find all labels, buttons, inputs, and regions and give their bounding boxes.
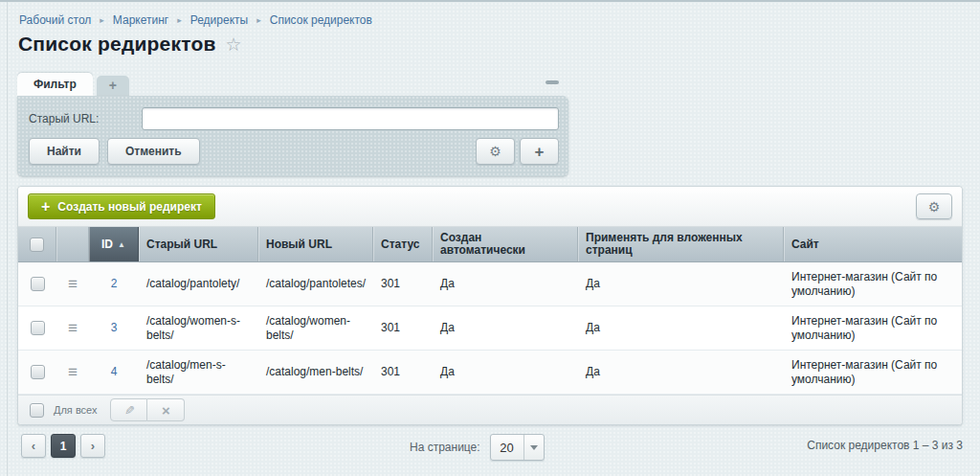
row-menu-icon[interactable]: ≡ xyxy=(68,277,78,291)
add-filter-tab-button[interactable]: + xyxy=(97,76,129,96)
breadcrumb-separator-icon: ▸ xyxy=(256,15,261,25)
cell-site: Интернет-магазин (Сайт по умолчанию) xyxy=(784,351,962,394)
create-redirect-label: Создать новый редирект xyxy=(57,200,201,214)
plus-icon: + xyxy=(535,144,545,160)
grid-toolbar: + Создать новый редирект ⚙ xyxy=(18,187,962,227)
filter-body: Старый URL: Найти Отменить ⚙ + xyxy=(17,96,568,176)
next-page-button[interactable]: › xyxy=(80,434,105,458)
for-all-checkbox[interactable] xyxy=(30,403,44,418)
filter-tab[interactable]: Фильтр xyxy=(17,73,93,96)
cell-status: 301 xyxy=(373,358,433,386)
cell-status: 301 xyxy=(373,270,433,298)
row-checkbox[interactable] xyxy=(31,321,45,335)
pencil-icon: ✎ xyxy=(124,403,135,418)
filter-tabs: Фильтр + xyxy=(17,73,568,96)
column-header-nested[interactable]: Применять для вложенных страниц xyxy=(578,227,784,261)
breadcrumb-separator-icon: ▸ xyxy=(100,15,104,25)
page-title: Список редиректов xyxy=(18,33,216,56)
cell-new-url: /catalog/men-belts/ xyxy=(258,358,373,386)
cell-site: Интернет-магазин (Сайт по умолчанию) xyxy=(784,307,962,350)
create-redirect-button[interactable]: + Создать новый редирект xyxy=(28,193,215,219)
sort-ascending-icon: ▲ xyxy=(118,238,125,251)
breadcrumb-item-redirect-list[interactable]: Список редиректов xyxy=(270,13,372,27)
close-icon: × xyxy=(162,403,170,418)
old-url-input[interactable] xyxy=(142,107,559,130)
breadcrumb-separator-icon: ▸ xyxy=(177,15,182,25)
redirect-grid: + Создать новый редирект ⚙ ID ▲ Старый U… xyxy=(17,186,963,425)
cell-old-url: /catalog/pantolety/ xyxy=(139,270,258,298)
filter-panel: Фильтр + Старый URL: Найти Отменить ⚙ + xyxy=(17,73,568,176)
per-page-value: 20 xyxy=(491,435,523,460)
cell-new-url: /catalog/pantoletes/ xyxy=(258,270,373,298)
cell-auto: Да xyxy=(433,270,578,298)
pagination-bar: ‹ 1 › На странице: 20 Список редиректов … xyxy=(17,434,963,461)
row-menu-icon[interactable]: ≡ xyxy=(68,365,78,379)
for-all-label: Для всех xyxy=(54,404,97,416)
favorite-star-icon[interactable]: ☆ xyxy=(226,35,242,54)
cell-status: 301 xyxy=(373,314,433,342)
column-header-status[interactable]: Статус xyxy=(373,227,433,261)
select-all-checkbox[interactable] xyxy=(30,238,44,252)
filter-buttons-row: Найти Отменить ⚙ + xyxy=(29,138,559,165)
breadcrumb-item-desktop[interactable]: Рабочий стол xyxy=(19,13,91,27)
select-all-cell xyxy=(18,227,56,261)
row-id-link[interactable]: 4 xyxy=(111,365,118,379)
cell-new-url: /catalog/women-belts/ xyxy=(258,307,373,350)
column-header-id-label: ID xyxy=(101,238,113,251)
gear-icon: ⚙ xyxy=(928,200,941,214)
per-page-select[interactable]: 20 xyxy=(490,434,545,461)
row-id-link[interactable]: 3 xyxy=(111,321,118,335)
admin-workspace: Рабочий стол ▸ Маркетинг ▸ Редиректы ▸ С… xyxy=(0,0,980,476)
table-row: ≡ 3 /catalog/women-s-belts/ /catalog/wom… xyxy=(18,306,962,351)
row-checkbox[interactable] xyxy=(31,365,45,379)
row-menu-icon[interactable]: ≡ xyxy=(68,321,78,335)
row-id-link[interactable]: 2 xyxy=(111,277,118,291)
gear-icon: ⚙ xyxy=(489,145,501,158)
column-header-id[interactable]: ID ▲ xyxy=(89,227,139,261)
cell-nested: Да xyxy=(578,270,784,298)
table-row: ≡ 4 /catalog/men-s-belts/ /catalog/men-b… xyxy=(18,351,962,395)
cell-nested: Да xyxy=(578,314,784,342)
bulk-action-group: ✎ × xyxy=(110,398,185,421)
cancel-button[interactable]: Отменить xyxy=(107,138,200,165)
plus-icon: + xyxy=(41,198,50,215)
filter-field-row: Старый URL: xyxy=(29,107,559,130)
filter-collapse-icon[interactable] xyxy=(546,80,559,84)
row-checkbox[interactable] xyxy=(31,277,45,291)
cell-auto: Да xyxy=(433,314,578,342)
column-header-new-url[interactable]: Новый URL xyxy=(258,227,373,261)
breadcrumb-item-marketing[interactable]: Маркетинг xyxy=(113,13,168,27)
title-bar: Список редиректов ☆ xyxy=(18,33,242,56)
grid-settings-button[interactable]: ⚙ xyxy=(916,193,952,219)
per-page-label: На странице: xyxy=(410,441,480,454)
per-page-control: На странице: 20 xyxy=(410,434,545,461)
current-page-button[interactable]: 1 xyxy=(51,434,76,458)
column-header-auto[interactable]: Создан автоматически xyxy=(433,227,578,261)
old-url-label: Старый URL: xyxy=(29,112,142,125)
filter-settings-button[interactable]: ⚙ xyxy=(476,138,515,165)
records-summary: Список редиректов 1 – 3 из 3 xyxy=(807,439,963,452)
column-header-old-url[interactable]: Старый URL xyxy=(139,227,258,261)
cell-nested: Да xyxy=(578,358,784,386)
prev-page-button[interactable]: ‹ xyxy=(21,434,46,458)
find-button[interactable]: Найти xyxy=(29,138,100,165)
breadcrumb: Рабочий стол ▸ Маркетинг ▸ Редиректы ▸ С… xyxy=(19,13,372,27)
cell-old-url: /catalog/women-s-belts/ xyxy=(139,307,258,350)
bulk-delete-button[interactable]: × xyxy=(147,398,185,421)
row-menu-header-cell xyxy=(56,227,89,261)
grid-footer: Для всех ✎ × xyxy=(18,395,962,424)
bulk-edit-button[interactable]: ✎ xyxy=(110,398,147,421)
table-header-row: ID ▲ Старый URL Новый URL Статус Создан … xyxy=(18,227,962,262)
add-filter-field-button[interactable]: + xyxy=(520,138,559,165)
cell-site: Интернет-магазин (Сайт по умолчанию) xyxy=(784,263,962,306)
chevron-down-icon xyxy=(523,435,544,460)
cell-auto: Да xyxy=(433,358,578,386)
table-row: ≡ 2 /catalog/pantolety/ /catalog/pantole… xyxy=(18,262,962,306)
column-header-site[interactable]: Сайт xyxy=(784,227,962,261)
breadcrumb-item-redirects[interactable]: Редиректы xyxy=(190,13,248,27)
page-nav: ‹ 1 › xyxy=(21,434,105,458)
cell-old-url: /catalog/men-s-belts/ xyxy=(139,351,258,394)
